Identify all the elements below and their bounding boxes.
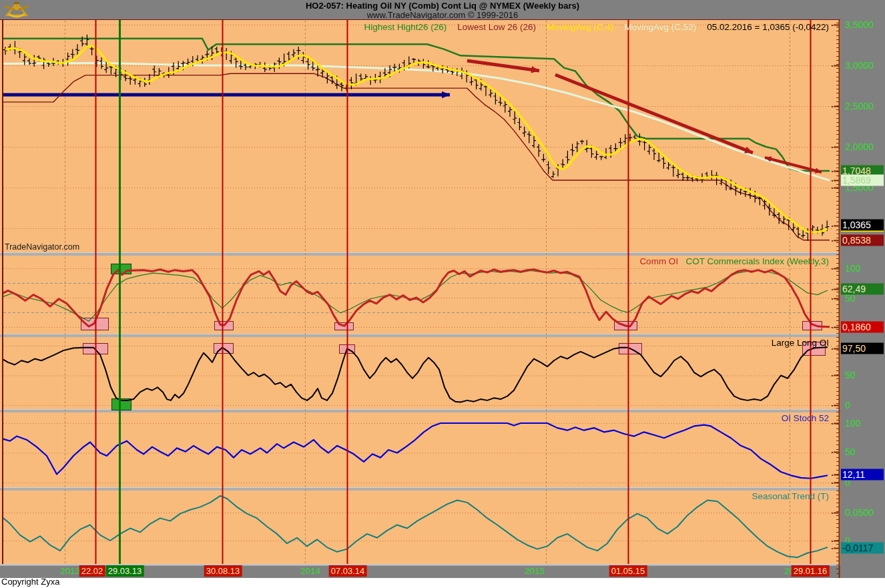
comm-oi-label: Comm OI bbox=[639, 256, 678, 266]
date-marker-box: 29.01.16 bbox=[792, 565, 830, 577]
trade-navigator-window: HO2-057: Heating Oil NY (Comb) Cont Liq … bbox=[0, 0, 885, 588]
date-marker-box: 07.03.14 bbox=[329, 565, 367, 577]
oi-stoch-value-box: 12,11 bbox=[841, 469, 884, 481]
price-tick-label: 3,0000 bbox=[845, 60, 874, 71]
large-long-value-box: 97,50 bbox=[841, 343, 884, 354]
legend-items: Highest Hight26 (26)Lowest Low 26 (26)Mo… bbox=[364, 22, 696, 32]
year-label: 2014 bbox=[300, 566, 320, 576]
seasonal-tick-label: 0,0500 bbox=[845, 507, 874, 518]
date-marker-box: 30.08.13 bbox=[204, 565, 242, 577]
copyright-text: Copyright Zyxa bbox=[1, 577, 59, 587]
legend-item-2: MovingAvg (C,4) bbox=[547, 22, 613, 32]
year-label: 2015 bbox=[525, 566, 545, 576]
title-block: HO2-057: Heating Oil NY (Comb) Cont Liq … bbox=[0, 1, 885, 20]
year-label: 2013 bbox=[60, 566, 80, 576]
oi-stoch-tick-label: 50 bbox=[845, 447, 856, 457]
price-tick-label: 2,0000 bbox=[845, 141, 874, 152]
large-long-tick-label: 50 bbox=[845, 370, 856, 380]
date-marker-box: 22.02 bbox=[79, 565, 105, 577]
comm-oi-tick-label: 100 bbox=[845, 263, 860, 274]
price-tick-label: 3,5000 bbox=[845, 19, 874, 30]
large-long-tick-label: 0 bbox=[845, 400, 850, 410]
seasonal-value-box: -0,0117 bbox=[841, 543, 884, 554]
legend-row: Highest Hight26 (26)Lowest Low 26 (26)Mo… bbox=[364, 22, 829, 32]
price-tick-label: 2,5000 bbox=[845, 101, 874, 111]
last-quote-readout: 05.02.2016 = 1,0365 (-0,0422) bbox=[707, 22, 829, 32]
date-marker-box: 29.03.13 bbox=[106, 565, 144, 577]
cot-commercials-index-label: COT Commercials Index (Weekly,3) bbox=[685, 256, 829, 266]
panel-header-seasonal-trend: Seasonal Trend (T) bbox=[752, 491, 829, 501]
panel-header-oi-stoch-52: OI Stoch 52 bbox=[782, 413, 829, 423]
panel-header-large-long-oi: Large Long OI bbox=[772, 338, 829, 348]
price-value-box: 0,8538 bbox=[841, 235, 884, 246]
legend-item-3: MovingAvg (C,52) bbox=[624, 22, 696, 32]
legend-item-0: Highest Hight26 (26) bbox=[364, 22, 447, 32]
price-value-box: 1,5869 bbox=[841, 175, 884, 186]
comm-oi-value-box: 0,1860 bbox=[841, 322, 884, 333]
chart-title: HO2-057: Heating Oil NY (Comb) Cont Liq … bbox=[0, 1, 885, 11]
watermark: TradeNavigator.com bbox=[5, 242, 79, 252]
panel-header-comm-oi: Comm OI COT Commercials Index (Weekly,3) bbox=[639, 256, 829, 266]
date-marker-box: 01.05.15 bbox=[609, 565, 647, 577]
price-value-box: 1,0365 bbox=[841, 220, 884, 232]
oi-stoch-tick-label: 100 bbox=[845, 418, 860, 428]
chart-subtitle: www.TradeNavigator.com © 1999-2016 bbox=[0, 11, 885, 20]
comm-oi-value-box: 62,49 bbox=[841, 284, 884, 295]
legend-item-1: Lowest Low 26 (26) bbox=[457, 22, 536, 32]
